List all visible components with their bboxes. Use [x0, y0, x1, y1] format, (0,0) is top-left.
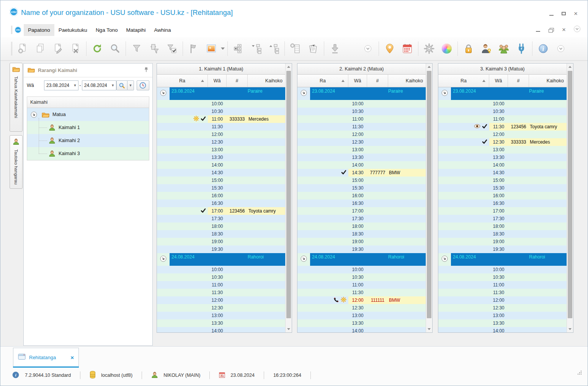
mdi-minimize-button[interactable] — [534, 26, 541, 33]
date-to-combobox[interactable]: 24.08.2024 ▼ — [82, 80, 116, 90]
time-slot-row[interactable]: 16:30 — [157, 200, 285, 207]
menu-item-nga-tono[interactable]: Nga Tono — [91, 24, 122, 36]
time-slot-row[interactable]: 19:30 — [438, 245, 567, 253]
settings-gear-icon[interactable] — [420, 40, 438, 57]
mdi-child-icon[interactable]: USU — [15, 26, 21, 33]
time-slot-row[interactable]: 13:30 — [297, 154, 426, 161]
time-slot-row[interactable]: 17:00 — [438, 207, 567, 215]
time-slot-row[interactable]: 10:30 — [438, 273, 567, 281]
time-slot-row[interactable]: 15:00 — [157, 177, 285, 184]
scrollbar-down-arrow[interactable] — [567, 326, 573, 332]
time-slot-row[interactable]: 11:00 — [297, 281, 426, 289]
time-slot-row[interactable]: 18:00 — [157, 222, 285, 230]
column-header-number[interactable]: # — [508, 75, 529, 87]
time-slot-row[interactable]: 14:30 — [438, 169, 567, 177]
time-slot-row[interactable]: 12:00 — [438, 296, 567, 304]
date-band[interactable]: 24.08.2024Rahoroi — [157, 253, 285, 266]
doc-edit-icon[interactable] — [49, 40, 67, 57]
time-slot-row[interactable]: 11:30 — [438, 289, 567, 296]
time-slot-row[interactable]: 13:00 — [297, 146, 426, 154]
time-slot-row[interactable]: 13:30 — [157, 319, 285, 327]
time-slot-row[interactable]: 19:00 — [438, 238, 567, 245]
menu-item-papatono[interactable]: Papatono — [24, 24, 54, 36]
column-header-wa[interactable]: Wā — [348, 75, 367, 87]
expand-circle-icon[interactable] — [301, 90, 307, 100]
column-header-ra[interactable]: Ra — [157, 75, 208, 87]
appointment[interactable]: 11:30123456Toyota camry — [489, 123, 567, 131]
time-slot-row[interactable]: 13:00 — [438, 146, 567, 154]
time-slot-row[interactable]: 10:30 — [157, 108, 285, 115]
time-slot-row[interactable]: 14:30777777BMW — [297, 169, 426, 177]
time-slot-row[interactable]: 10:30 — [297, 108, 426, 115]
menu-item-matapihi[interactable]: Matapihi — [122, 24, 150, 36]
time-slot-row[interactable]: 16:30 — [297, 200, 426, 207]
time-slot-row[interactable]: 19:30 — [157, 245, 285, 253]
time-slot-row[interactable]: 12:30 — [297, 138, 426, 146]
time-slot-row[interactable]: 11:30 — [157, 289, 285, 296]
tree-node-matua[interactable]: Matua — [27, 108, 149, 121]
vertical-scrollbar[interactable] — [285, 64, 292, 332]
time-slot-row[interactable]: 13:00 — [297, 312, 426, 319]
expand-circle-icon[interactable] — [160, 255, 167, 266]
time-slot-row[interactable]: 13:00 — [438, 312, 567, 319]
appointment[interactable]: 17:00123456Toyota camry — [208, 207, 285, 215]
calendar-icon[interactable] — [399, 40, 416, 57]
time-slot-row[interactable]: 14:00 — [297, 161, 426, 169]
time-slot-row[interactable]: 15:30 — [157, 184, 285, 192]
search-dropdown-button[interactable]: ▼ — [127, 80, 134, 90]
time-slot-row[interactable]: 13:00 — [157, 146, 285, 154]
time-slot-row[interactable]: 11:00 — [297, 115, 426, 123]
scrollbar-thumb[interactable] — [286, 71, 291, 318]
time-slot-row[interactable]: 18:30 — [438, 230, 567, 238]
tree-expand-icon[interactable] — [247, 40, 265, 57]
vertical-scrollbar[interactable] — [567, 64, 573, 332]
menu-overflow-chevron-icon[interactable] — [573, 25, 581, 34]
date-band[interactable]: 23.08.2024Paraire — [438, 87, 567, 100]
time-slot-row[interactable]: 18:30 — [297, 230, 426, 238]
column-header-ra[interactable]: Ra — [438, 75, 489, 87]
time-slot-row[interactable]: 14:00 — [157, 327, 285, 332]
time-slot-row[interactable]: 11:00 — [438, 281, 567, 289]
plug-icon[interactable] — [513, 40, 530, 57]
time-slot-row[interactable]: 10:00 — [157, 266, 285, 273]
time-slot-row[interactable]: 11:00 — [157, 281, 285, 289]
time-slot-row[interactable]: 19:00 — [157, 238, 285, 245]
time-slot-row[interactable]: 14:00 — [157, 161, 285, 169]
time-slot-row[interactable]: 13:30 — [438, 319, 567, 327]
doc-copy-icon[interactable] — [31, 40, 49, 57]
clock-button[interactable] — [137, 80, 149, 90]
time-slot-row[interactable]: 19:00 — [297, 238, 426, 245]
column-header-kaihoko[interactable]: Kaihoko — [529, 75, 567, 87]
resize-grip[interactable] — [576, 370, 582, 377]
chevron-down-icon[interactable]: ▼ — [110, 83, 116, 87]
time-slot-row[interactable]: 11:30 — [297, 289, 426, 296]
filter-columns-icon[interactable] — [145, 40, 163, 57]
date-band[interactable]: 23.08.2024Paraire — [297, 87, 426, 100]
time-slot-row[interactable]: 10:30 — [438, 108, 567, 115]
time-slot-row[interactable]: 12:30 — [157, 138, 285, 146]
appointment[interactable]: 14:30777777BMW — [348, 169, 426, 177]
time-slot-row[interactable]: 10:00 — [438, 266, 567, 273]
scrollbar-thumb[interactable] — [568, 71, 572, 318]
image-icon[interactable] — [203, 40, 220, 57]
time-slot-row[interactable]: 12:00 — [297, 131, 426, 138]
time-slot-row[interactable]: 11:30 — [297, 123, 426, 131]
maximize-button[interactable] — [560, 10, 567, 17]
user-key-icon[interactable] — [477, 40, 495, 57]
time-slot-row[interactable]: 12:30 — [157, 304, 285, 312]
close-button[interactable]: × — [572, 10, 579, 17]
time-slot-row[interactable]: 16:00 — [438, 192, 567, 200]
time-slot-row[interactable]: 11:00 — [438, 115, 567, 123]
time-slot-row[interactable]: 12:30 — [438, 304, 567, 312]
time-slot-row[interactable]: 16:30 — [438, 200, 567, 207]
search-button[interactable] — [116, 80, 127, 90]
color-ball-icon[interactable] — [438, 40, 456, 57]
mdi-restore-button[interactable] — [547, 26, 554, 33]
scrollbar-down-arrow[interactable] — [426, 326, 432, 332]
time-slot-row[interactable]: 12:00 — [438, 131, 567, 138]
minimize-button[interactable] — [548, 10, 555, 17]
scrollbar-up-arrow[interactable] — [567, 64, 573, 70]
refresh-icon[interactable] — [88, 40, 106, 57]
time-slot-row[interactable]: 17:00 — [297, 207, 426, 215]
date-band[interactable]: 24.08.2024Rahoroi — [438, 253, 567, 266]
